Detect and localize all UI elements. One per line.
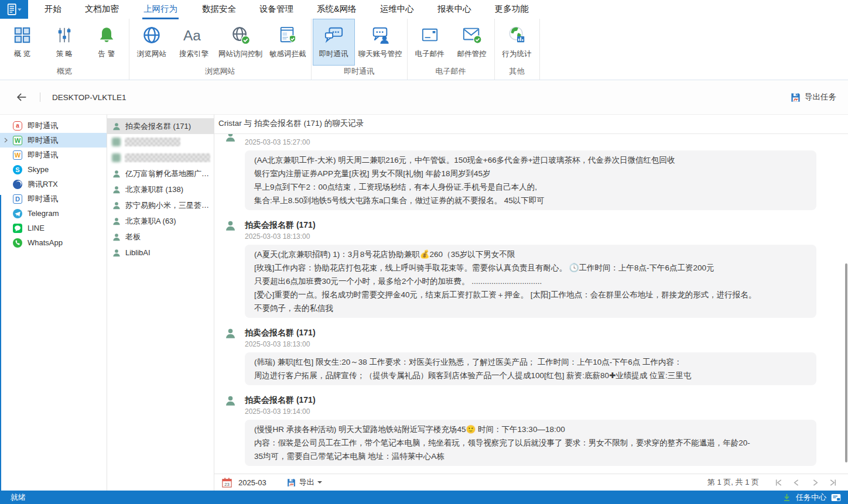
group-avatar-icon	[224, 134, 237, 143]
ribbon-button-email[interactable]: 电子邮件	[409, 19, 451, 66]
sidebar-item-line[interactable]: LINE	[0, 221, 107, 235]
computer-name: DESKTOP-VLKTLE1	[52, 93, 126, 102]
ribbon-button-label: 聊天账号管控	[358, 49, 402, 59]
message-line: [爱心]重要的一点。报名成功时需要交押金40元，结束后工资打款工资＋押金。 [太…	[254, 288, 807, 301]
ribbon-button-mail-control[interactable]: 邮件管控	[451, 19, 493, 66]
vertical-scrollbar[interactable]	[845, 263, 847, 462]
im-d-app-icon: D	[13, 194, 22, 204]
group-list-item[interactable]: LiblibAI	[107, 245, 214, 260]
ribbon-group-overview: 概 览 策 略 告 警 概览	[0, 19, 129, 80]
message-line: 内容：假装是公司员工在工作，带个笔记本电脑，纯坐着玩，领导视察完了以后就没事了 …	[254, 436, 807, 450]
sidebar-item-im-wechat[interactable]: W 即时通讯	[0, 133, 107, 148]
sidebar-item-label: 即时通讯	[28, 194, 58, 204]
group-list-item-redacted[interactable]	[107, 134, 214, 150]
message-line: (慢慢HR 承接各种活动) 明天大望路地铁站附近写字楼充场45🙂 时间：下午13…	[254, 423, 807, 436]
redacted-group-name	[125, 138, 180, 146]
tab-home[interactable]: 开始	[33, 0, 73, 19]
tab-web-behavior[interactable]: 上网行为	[131, 0, 190, 19]
next-page-button[interactable]	[808, 478, 822, 488]
last-page-button[interactable]	[826, 478, 840, 488]
ribbon-button-website-access-control[interactable]: 网站访问控制	[215, 19, 266, 66]
sidebar-item-telegram[interactable]: Telegram	[0, 206, 107, 221]
ribbon-button-policy[interactable]: 策 略	[43, 19, 86, 66]
message-time: 2025-03-03 19:14:00	[245, 407, 848, 416]
dropdown-caret-icon	[317, 481, 322, 486]
page-info: 第 1 页, 共 1 页	[707, 477, 759, 488]
ribbon-button-overview[interactable]: 概 览	[1, 19, 43, 66]
tab-more-features[interactable]: 更多功能	[483, 0, 541, 19]
ribbon-button-behavior-stats[interactable]: 行为统计	[496, 19, 538, 66]
chevron-right-icon	[4, 138, 8, 143]
message-line: (A夏天(北京兼职招聘) 1)：3月8号花店协助兼职💰260（35岁以下男女不限	[254, 248, 807, 261]
tab-data-security[interactable]: 数据安全	[190, 0, 248, 19]
sidebar-item-label: 腾讯RTX	[28, 179, 58, 190]
window-tab-bar: 开始 文档加密 上网行为 数据安全 设备管理 系统&网络 运维中心 报表中心 更…	[0, 0, 848, 19]
export-button[interactable]: 导出	[286, 477, 322, 488]
calendar-button[interactable]: 23	[221, 477, 232, 488]
ribbon-button-alert[interactable]: 告 警	[86, 19, 128, 66]
message-line: 周边进行客户拓展，品牌宣传；（提供专属礼品）顾客到店体验产品一个人提成100[红…	[254, 369, 807, 382]
back-button[interactable]	[15, 91, 28, 104]
group-list-item[interactable]: 亿万富翁孵化基地圈广 (3...	[107, 166, 214, 181]
globe-icon	[142, 23, 161, 47]
chat-bubbles-icon	[324, 23, 344, 47]
export-label: 导出	[299, 477, 314, 488]
tab-system-network[interactable]: 系统&网络	[305, 0, 368, 19]
task-center-button[interactable]: 任务中心	[796, 492, 826, 503]
im-a-app-icon: a	[13, 121, 22, 131]
message-bubble: (韩瑞) 兼职[红包] 限女生:20～38 工作要求：对医美行业熟悉，了解过医美…	[245, 352, 816, 385]
group-name: 亿万富翁孵化基地圈广 (3...	[125, 169, 210, 179]
tab-doc-encryption[interactable]: 文档加密	[73, 0, 131, 19]
tab-device-management[interactable]: 设备管理	[248, 0, 305, 19]
first-page-button[interactable]	[772, 478, 785, 488]
sidebar-item-label: Skype	[28, 165, 49, 174]
sidebar-item-tencent-rtx[interactable]: 腾讯RTX	[0, 177, 107, 191]
group-list-item[interactable]: 拍卖会报名群 (171)	[107, 118, 214, 134]
ribbon-button-sensitive-word-block[interactable]: 敏感词拦截	[266, 19, 310, 66]
export-task-button[interactable]: 导出任务	[790, 92, 836, 103]
month-selector[interactable]: 2025-03	[238, 478, 266, 487]
chat-record-pane: Cristar 与 拍卖会报名群 (171) 的聊天记录 2025-03-03 …	[214, 115, 848, 491]
sidebar-item-im-w-orange[interactable]: W 即时通讯	[0, 148, 107, 162]
aa-text-icon: Aa	[183, 23, 205, 47]
tab-ops-center[interactable]: 运维中心	[368, 0, 426, 19]
ribbon-button-im[interactable]: 即时通讯	[313, 19, 355, 66]
ribbon-button-browse-website[interactable]: 浏览网站	[131, 19, 173, 66]
group-avatar-icon	[224, 395, 237, 407]
download-icon[interactable]	[782, 493, 791, 502]
chat-message: 拍卖会报名群 (171) 2025-03-03 19:14:00 (慢慢HR 承…	[214, 395, 848, 466]
chat-person-icon	[370, 23, 390, 47]
group-avatar-icon	[112, 169, 121, 179]
group-name: 苏宁易购小米，三星荟聚购...	[125, 200, 210, 211]
group-list-item[interactable]: 北京兼职群 (138)	[107, 181, 214, 197]
message-list[interactable]: 2025-03-03 15:27:00 (AA北京兼职工作-大米) 明天周二兼职…	[214, 134, 848, 474]
message-line: 早上9点到下午2：00点结束，工资现场秒结，有本人身份证.手机号是自己本人的,	[254, 180, 807, 194]
group-list-item[interactable]: 老板	[107, 229, 214, 245]
group-avatar-icon	[224, 327, 237, 340]
message-line: (AA北京兼职工作-大米) 明天周二兼职216元，中午管饭。150现金+66多代…	[254, 153, 807, 167]
sidebar-item-label: LINE	[28, 224, 45, 232]
ribbon-button-chat-account-control[interactable]: 聊天账号管控	[355, 19, 406, 66]
ribbon-button-label: 告 警	[98, 49, 115, 59]
telegram-icon	[13, 209, 22, 218]
envelope-icon	[420, 23, 439, 47]
chat-record-title: Cristar 与 拍卖会报名群 (171) 的聊天记录	[214, 115, 848, 134]
app-menu-button[interactable]	[0, 0, 28, 19]
im-type-sidebar: a 即时通讯 W 即时通讯 W 即时通讯 S Skype 腾讯RTX D 即时通…	[0, 115, 107, 491]
tab-report-center[interactable]: 报表中心	[426, 0, 483, 19]
ribbon-button-label: 行为统计	[502, 49, 532, 59]
whatsapp-icon	[13, 238, 22, 248]
sidebar-item-skype[interactable]: S Skype	[0, 162, 107, 177]
group-list-item[interactable]: 苏宁易购小米，三星荟聚购...	[107, 197, 214, 213]
group-list-item[interactable]: 北京兼职A (63)	[107, 213, 214, 229]
group-list-item-redacted[interactable]	[107, 150, 214, 166]
previous-page-button[interactable]	[790, 478, 803, 488]
group-avatar-icon	[112, 248, 121, 258]
message-bubble: (A夏天(北京兼职招聘) 1)：3月8号花店协助兼职💰260（35岁以下男女不限…	[245, 245, 816, 318]
sidebar-item-im-d[interactable]: D 即时通讯	[0, 191, 107, 206]
ribbon-group-email: 电子邮件 邮件管控 电子邮件	[408, 19, 495, 80]
ribbon-button-search-engine[interactable]: Aa 搜索引擎	[173, 19, 215, 66]
task-panel-icon[interactable]	[831, 493, 841, 502]
sidebar-item-im-a[interactable]: a 即时通讯	[0, 118, 107, 133]
sidebar-item-whatsapp[interactable]: WhatsApp	[0, 235, 107, 250]
